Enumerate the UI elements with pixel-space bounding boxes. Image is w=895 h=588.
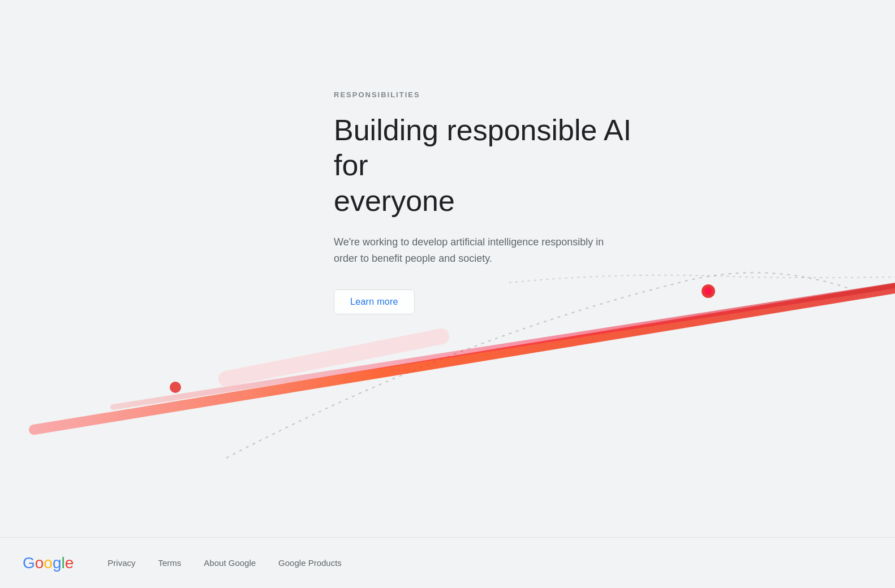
svg-point-2 <box>702 284 715 298</box>
footer-nav: Privacy Terms About Google Google Produc… <box>107 558 342 568</box>
footer: Google Privacy Terms About Google Google… <box>0 537 895 588</box>
learn-more-button[interactable]: Learn more <box>334 289 415 314</box>
google-logo: Google <box>23 554 74 572</box>
svg-point-3 <box>704 287 712 295</box>
hero-description: We're working to develop artificial inte… <box>334 234 617 267</box>
svg-line-5 <box>226 336 441 379</box>
hero-section: RESPONSIBILITIES Building responsible AI… <box>334 90 662 314</box>
footer-about-link[interactable]: About Google <box>204 558 256 568</box>
section-label: RESPONSIBILITIES <box>334 90 662 99</box>
footer-privacy-link[interactable]: Privacy <box>107 558 135 568</box>
footer-products-link[interactable]: Google Products <box>278 558 342 568</box>
main-heading: Building responsible AI for everyone <box>334 113 662 218</box>
footer-terms-link[interactable]: Terms <box>158 558 182 568</box>
svg-point-4 <box>170 382 181 393</box>
